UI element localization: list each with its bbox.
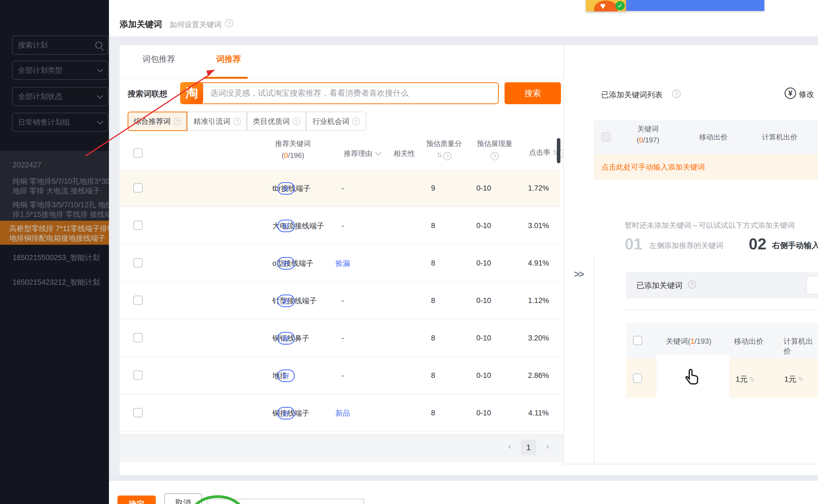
manual-add-row[interactable]: 点击此处可手动输入添加关键词 xyxy=(594,155,818,180)
row-checkbox[interactable] xyxy=(133,183,143,193)
sort-icon[interactable]: ⇅ xyxy=(437,151,441,159)
check-badge-icon: ✓ xyxy=(616,1,625,10)
step1-label: 左侧添加推荐的关键词 xyxy=(650,241,723,250)
reason-filter-dropdown[interactable]: 推荐理由 xyxy=(337,141,387,166)
table-row[interactable]: o型接线端子 捡漏 好 8 0-10 4.91% 8.33% 1.22元 xyxy=(120,244,560,282)
added-box-table-header: 关键词(1/193) 移动出价 计算机出价 xyxy=(626,323,818,358)
cell-impressions: 0-10 xyxy=(471,282,496,319)
cell-score: 8 xyxy=(422,244,444,282)
active-tab-underline xyxy=(204,77,248,79)
cell-ctr: 3.20% xyxy=(522,319,555,357)
cell-ctr: 2.86% xyxy=(522,357,555,394)
plan-list-item[interactable]: 1650215500253_智能计划 xyxy=(0,249,109,266)
edit-pencil-icon[interactable]: ✎ xyxy=(749,375,755,383)
chip-category-quality[interactable]: 类目优质词? xyxy=(247,112,306,131)
modify-bid-link[interactable]: 修改 xyxy=(799,89,818,100)
step2-label: 右侧手动输入 xyxy=(772,240,818,251)
keyword-search-input[interactable]: 淘 选词没灵感，试试淘宝搜索推荐，看看消费者喜欢搜什么 xyxy=(180,82,499,104)
prev-page-button[interactable]: ‹ xyxy=(508,441,511,451)
keyword-cell-hover[interactable] xyxy=(657,355,730,401)
hand-cursor-icon xyxy=(683,368,701,389)
select-all-checkbox[interactable] xyxy=(633,336,642,345)
plan-list-item[interactable]: 纯铜 零地排5/7/10孔地排3*30排 地排 零排 大电流 接线端子 xyxy=(0,174,109,198)
tab-word-recommend[interactable]: 词推荐 xyxy=(216,54,241,65)
next-page-button[interactable]: › xyxy=(546,441,549,451)
cell-score: 8 xyxy=(422,357,444,394)
extension-toolbar[interactable] xyxy=(626,0,764,11)
col-keyword: 关键词 (0/197) xyxy=(624,124,673,144)
panel-divider xyxy=(594,257,594,464)
select-all-checkbox[interactable] xyxy=(133,148,143,158)
row-checkbox[interactable] xyxy=(133,258,143,267)
plan-list-item[interactable]: 纯铜 零地排3/5/7/10/12孔 地线排 排1.5*15接地排 零线排 接线… xyxy=(0,198,109,221)
select-all-checkbox[interactable] xyxy=(601,132,611,142)
edit-pencil-icon[interactable]: ✎ xyxy=(798,375,804,383)
collapse-panel-button[interactable]: >> xyxy=(569,267,587,282)
table-header: 推荐关键词 (0/196) 推荐理由 相关性 预估质量分 ⇅ ? 预估展现量 ?… xyxy=(120,137,560,170)
col-keyword: 关键词(1/193) xyxy=(666,336,712,346)
sort-icon[interactable]: ⇅ xyxy=(552,149,557,156)
plan-search-placeholder: 搜索计划 xyxy=(18,40,95,50)
table-row[interactable]: 大电流接线端子 - 好 8 0-10 3.01% 2.99% 1.21元 xyxy=(120,207,560,244)
question-icon[interactable]: ? xyxy=(688,280,696,289)
chevron-down-icon xyxy=(97,93,103,99)
plan-list-item[interactable]: 1650215423212_智能计划 xyxy=(0,274,109,290)
plan-type-select[interactable]: 全部计划类型 xyxy=(12,61,108,80)
row-checkbox[interactable] xyxy=(133,221,143,230)
manual-add-link[interactable]: 点击此处可手动输入添加关键词 xyxy=(601,162,705,172)
plan-list-item-selected[interactable]: 高桥型零线排 7*11零线端子排铜 地排铜排配电箱接地接线端子 xyxy=(0,221,109,245)
confirm-button[interactable]: 确定 xyxy=(117,496,156,504)
chip-precise-traffic[interactable]: 精准引流词? xyxy=(187,112,247,131)
keyword-add-dialog: 搜索计划 全部计划类型 全部计划状态 日常销售计划组 2022427 纯铜 零地… xyxy=(0,0,818,504)
yen-icon[interactable]: ¥ xyxy=(785,88,796,99)
row-checkbox[interactable] xyxy=(133,371,143,380)
current-page[interactable]: 1 xyxy=(521,440,536,455)
help-question-icon[interactable]: ? xyxy=(225,19,233,27)
chip-industry-opportunity[interactable]: 行业机会词? xyxy=(306,112,366,131)
extension-avatar[interactable]: ♥ ✓ xyxy=(586,0,626,11)
question-icon[interactable]: ? xyxy=(491,152,499,160)
left-gutter xyxy=(109,36,120,481)
cell-reason-link[interactable]: 捡漏 xyxy=(330,244,355,282)
question-icon[interactable]: ? xyxy=(443,152,451,160)
plan-list-item[interactable]: 2022427 xyxy=(0,155,109,174)
table-row[interactable]: 地排 - 好 8 0-10 2.86% 2.70% 1.89元 xyxy=(120,357,560,394)
cell-ctr: 3.01% xyxy=(522,207,555,244)
tab-word-package[interactable]: 词包推荐 xyxy=(142,54,175,65)
cell-impressions: 0-10 xyxy=(471,170,496,207)
plan-group-select[interactable]: 日常销售计划组 xyxy=(12,113,108,132)
cell-score: 8 xyxy=(422,282,444,319)
row-checkbox[interactable] xyxy=(133,333,143,342)
col-relevance: 相关性 xyxy=(389,149,419,158)
table-row[interactable]: 铜接线端子 新品 好 8 0-10 4.11% 7.21% 2.12元 xyxy=(120,394,560,432)
cell-impressions: 0-10 xyxy=(471,319,496,357)
cancel-button[interactable]: 取消 xyxy=(164,493,202,504)
cell-reason: - xyxy=(330,357,355,394)
table-scrollbar-thumb[interactable] xyxy=(557,138,560,163)
question-icon[interactable]: ? xyxy=(672,90,681,98)
pc-bid-value: 1元✎ xyxy=(784,374,804,384)
row-checkbox[interactable] xyxy=(133,408,143,417)
question-icon: ? xyxy=(173,118,181,125)
added-keywords-panel xyxy=(563,45,818,464)
panel-divider xyxy=(563,45,564,464)
help-link[interactable]: 如何设置关键词 xyxy=(170,20,222,30)
table-row[interactable]: 铜铝线鼻子 - 好 8 0-10 3.20% 13.13% 1.45元 xyxy=(120,319,560,357)
plan-group-value: 日常销售计划组 xyxy=(18,117,98,127)
chip-comprehensive[interactable]: 综合推荐词? xyxy=(127,112,187,131)
cell-reason-link[interactable]: 新品 xyxy=(330,394,355,432)
cell-reason: - xyxy=(330,207,355,244)
added-box-search-input[interactable] xyxy=(806,276,818,295)
chevron-down-icon xyxy=(97,66,103,73)
table-row[interactable]: tbr接线端子 - 好 9 0-10 1.72% 3.23% 1.83元 xyxy=(120,170,560,207)
row-checkbox[interactable] xyxy=(133,296,143,305)
col-recommend-keyword: 推荐关键词 (0/196) xyxy=(270,139,316,160)
added-box-divider xyxy=(626,310,818,310)
plan-status-select[interactable]: 全部计划状态 xyxy=(12,87,108,106)
row-checkbox[interactable] xyxy=(633,374,642,383)
table-row[interactable]: 针型接线端子 - 好 8 0-10 1.12% 7.39% 1.94元 xyxy=(120,282,560,319)
cell-ctr: 4.11% xyxy=(522,394,555,432)
cell-score: 9 xyxy=(422,170,444,207)
plan-search-input[interactable]: 搜索计划 xyxy=(12,36,108,55)
search-button[interactable]: 搜索 xyxy=(504,82,561,104)
